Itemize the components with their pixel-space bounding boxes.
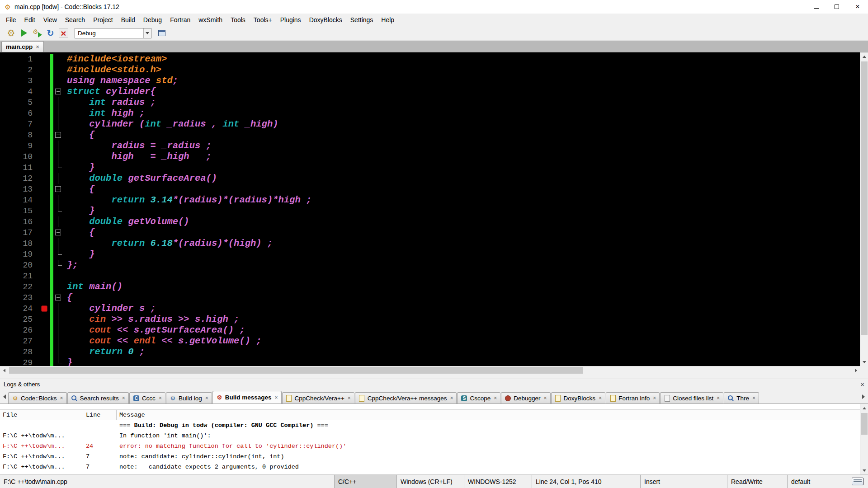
- build-message-row[interactable]: F:\C ++\todw\m...7note: candidate: cylin…: [0, 451, 860, 462]
- menu-help[interactable]: Help: [377, 14, 398, 25]
- close-icon[interactable]: ×: [348, 395, 351, 401]
- breakpoint-margin[interactable]: [39, 260, 50, 271]
- close-icon[interactable]: ×: [599, 395, 602, 401]
- close-icon[interactable]: ×: [450, 395, 453, 401]
- log-tab-cccc[interactable]: Cccc×: [129, 392, 165, 404]
- scrollbar-track[interactable]: [860, 61, 868, 358]
- breakpoint-margin[interactable]: [39, 75, 50, 86]
- panel-splitter[interactable]: [0, 374, 868, 379]
- chevron-down-icon[interactable]: [143, 28, 151, 38]
- close-icon[interactable]: ×: [717, 395, 720, 401]
- breakpoint-margin[interactable]: [39, 119, 50, 130]
- log-tab-cppcheck-vera-messages[interactable]: CppCheck/Vera++ messages×: [355, 392, 457, 404]
- scroll-up-arrow[interactable]: [860, 52, 868, 61]
- breakpoint-marker[interactable]: [39, 303, 50, 314]
- build-and-run-button[interactable]: [31, 28, 43, 39]
- fold-toggle-icon[interactable]: [53, 130, 63, 141]
- menu-file[interactable]: File: [2, 14, 20, 25]
- breakpoint-margin[interactable]: [39, 357, 50, 366]
- breakpoint-margin[interactable]: [39, 206, 50, 216]
- menu-search[interactable]: Search: [61, 14, 89, 25]
- column-header-message[interactable]: Message: [117, 410, 860, 420]
- scrollbar-thumb[interactable]: [861, 61, 868, 335]
- close-icon[interactable]: ×: [122, 395, 125, 401]
- menu-fortran[interactable]: Fortran: [166, 14, 194, 25]
- code-editor[interactable]: 1#include<iostream>2#include<stdio.h>3us…: [0, 52, 860, 366]
- log-tab-cppcheck-vera[interactable]: CppCheck/Vera++×: [282, 392, 354, 404]
- breakpoint-margin[interactable]: [39, 336, 50, 347]
- breakpoint-margin[interactable]: [39, 130, 50, 141]
- menu-build[interactable]: Build: [117, 14, 139, 25]
- menu-tools[interactable]: Tools+: [250, 14, 276, 25]
- maximize-button[interactable]: [826, 0, 847, 14]
- fold-toggle-icon[interactable]: [53, 86, 63, 97]
- close-button[interactable]: ×: [847, 0, 868, 14]
- editor-vertical-scrollbar[interactable]: [860, 52, 868, 366]
- close-icon[interactable]: ×: [36, 43, 39, 50]
- menu-debug[interactable]: Debug: [139, 14, 166, 25]
- breakpoint-margin[interactable]: [39, 162, 50, 173]
- log-tab-build-messages[interactable]: Build messages×: [212, 391, 282, 404]
- breakpoint-margin[interactable]: [39, 216, 50, 227]
- breakpoint-margin[interactable]: [39, 271, 50, 282]
- menu-plugins[interactable]: Plugins: [276, 14, 305, 25]
- breakpoint-margin[interactable]: [39, 108, 50, 119]
- breakpoint-margin[interactable]: [39, 86, 50, 97]
- breakpoint-margin[interactable]: [39, 238, 50, 249]
- build-message-row[interactable]: F:\C ++\todw\m...In function 'int main()…: [0, 431, 860, 441]
- close-icon[interactable]: ×: [494, 395, 497, 401]
- breakpoint-margin[interactable]: [39, 249, 50, 260]
- logs-vertical-scrollbar[interactable]: [860, 404, 868, 474]
- close-icon[interactable]: ×: [275, 394, 278, 401]
- menu-project[interactable]: Project: [89, 14, 117, 25]
- menu-view[interactable]: View: [39, 14, 61, 25]
- breakpoint-margin[interactable]: [39, 325, 50, 336]
- menu-tools[interactable]: Tools: [226, 14, 250, 25]
- breakpoint-margin[interactable]: [39, 227, 50, 238]
- column-header-line[interactable]: Line: [83, 410, 117, 420]
- menu-edit[interactable]: Edit: [20, 14, 39, 25]
- keyboard-language-icon[interactable]: [852, 478, 863, 485]
- log-tab-doxyblocks[interactable]: DoxyBlocks×: [551, 392, 606, 404]
- log-tab-search-results[interactable]: Search results×: [67, 392, 129, 404]
- build-target-select[interactable]: Debug: [75, 28, 151, 38]
- log-tab-code-blocks[interactable]: Code::Blocks×: [8, 392, 67, 404]
- breakpoint-margin[interactable]: [39, 314, 50, 325]
- scrollbar-track[interactable]: [8, 366, 852, 374]
- log-tab-thre[interactable]: Thre×: [724, 392, 759, 404]
- tab-main-cpp[interactable]: main.cpp ×: [1, 41, 44, 52]
- scroll-up-arrow[interactable]: [860, 404, 868, 412]
- abort-button[interactable]: [57, 28, 70, 39]
- scroll-down-arrow[interactable]: [860, 358, 868, 366]
- title-bar[interactable]: main.cpp [todw] - Code::Blocks 17.12 ×: [0, 0, 868, 14]
- breakpoint-margin[interactable]: [39, 195, 50, 206]
- close-icon[interactable]: ×: [205, 395, 208, 401]
- breakpoint-margin[interactable]: [39, 97, 50, 108]
- scrollbar-track[interactable]: [860, 412, 868, 466]
- menu-wxsmith[interactable]: wxSmith: [194, 14, 226, 25]
- scrollbar-thumb[interactable]: [861, 413, 868, 435]
- log-tab-debugger[interactable]: Debugger×: [501, 392, 550, 404]
- close-icon[interactable]: ×: [60, 395, 63, 401]
- menu-settings[interactable]: Settings: [346, 14, 377, 25]
- minimize-button[interactable]: [806, 0, 826, 14]
- close-icon[interactable]: ×: [159, 395, 162, 401]
- build-button[interactable]: [5, 28, 17, 39]
- scrollbar-thumb[interactable]: [9, 367, 583, 374]
- log-tab-cscope[interactable]: Cscope×: [457, 392, 500, 404]
- fold-toggle-icon[interactable]: [53, 292, 63, 303]
- build-message-row[interactable]: === Build: Debug in todw (compiler: GNU …: [0, 420, 860, 431]
- breakpoint-margin[interactable]: [39, 184, 50, 195]
- scroll-right-arrow[interactable]: [852, 366, 860, 375]
- breakpoint-margin[interactable]: [39, 347, 50, 357]
- build-message-row[interactable]: F:\C ++\todw\m...24error: no matching fu…: [0, 441, 860, 451]
- close-icon[interactable]: ×: [860, 380, 864, 388]
- breakpoint-margin[interactable]: [39, 151, 50, 162]
- editor-horizontal-scrollbar[interactable]: [0, 366, 860, 374]
- build-message-row[interactable]: F:\C ++\todw\m...7note: candidate expect…: [0, 462, 860, 472]
- close-icon[interactable]: ×: [752, 395, 755, 401]
- breakpoint-icon[interactable]: [41, 305, 47, 312]
- compiler-window-button[interactable]: [156, 28, 168, 39]
- tabs-scroll-right-arrow[interactable]: [860, 392, 867, 402]
- breakpoint-margin[interactable]: [39, 65, 50, 75]
